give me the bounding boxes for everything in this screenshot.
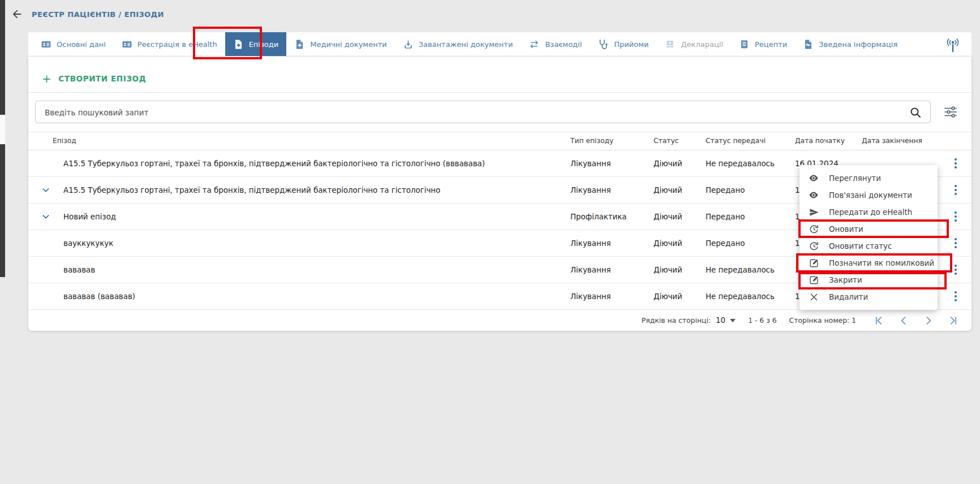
divider <box>28 92 972 93</box>
cell-status: Діючий <box>654 213 706 221</box>
previous-page-icon[interactable] <box>898 315 909 326</box>
tab-label: Медичні документи <box>310 40 386 49</box>
menu-item-delete[interactable]: Видалити <box>800 288 938 305</box>
rows-per-page-select[interactable]: 10 <box>716 316 736 325</box>
row-kebab-menu-icon[interactable] <box>940 238 972 248</box>
prescription-icon <box>739 39 750 50</box>
cell-type: Лікування <box>570 266 654 274</box>
menu-item-update-status[interactable]: Оновити статус <box>800 237 938 254</box>
tab-reiestratsiia-ehealth[interactable]: Реєстрація в eHealth <box>114 32 225 56</box>
tab-deklaratsii[interactable]: Декларації <box>656 32 731 56</box>
cell-episode: А15.5 Туберкульоз гортані, трахеї та бро… <box>63 159 570 168</box>
cell-status: Діючий <box>654 266 706 274</box>
cell-type: Лікування <box>570 186 654 195</box>
menu-item-label: Позначити як помилковий <box>829 259 934 267</box>
cell-type: Лікування <box>570 159 654 168</box>
caret-down-icon <box>730 319 736 322</box>
menu-item-label: Закрити <box>829 276 862 284</box>
range-label: 1 - 6 з 6 <box>748 316 776 325</box>
menu-item-related-documents[interactable]: Пов'язані документи <box>800 187 938 204</box>
cell-status: Діючий <box>654 239 706 248</box>
rows-per-page-value: 10 <box>716 316 725 325</box>
tab-label: Завантажені документи <box>419 40 513 49</box>
menu-item-label: Пов'язані документи <box>829 191 912 200</box>
menu-item-view[interactable]: Переглянути <box>800 170 938 187</box>
tab-label: Взаємодії <box>545 40 582 49</box>
column-header-transfer-status: Статус передачі <box>706 137 795 145</box>
menu-item-mark-as-erroneous[interactable]: Позначити як помилковий <box>800 254 938 271</box>
edit-square-icon <box>808 258 819 269</box>
chevron-down-icon[interactable] <box>28 185 63 195</box>
column-header-episode: Епізод <box>28 137 570 145</box>
cell-status: Діючий <box>654 292 706 301</box>
breadcrumb[interactable]: РЕЄСТР ПАЦІЄНТІВ / ЕПІЗОДИ <box>32 10 164 19</box>
tab-label: Зведена інформація <box>819 40 897 49</box>
signal-antenna-icon[interactable] <box>943 36 962 57</box>
create-episode-label: СТВОРИТИ ЕПІЗОД <box>58 74 146 83</box>
last-page-icon[interactable] <box>948 315 959 326</box>
eye-icon <box>808 172 819 184</box>
cell-transfer-status: Передано <box>706 213 795 221</box>
filter-sliders-icon[interactable] <box>943 105 958 119</box>
send-icon <box>808 207 819 218</box>
cell-transfer-status: Передано <box>706 186 795 195</box>
menu-item-label: Передати до eHealth <box>829 208 912 217</box>
search-input[interactable] <box>44 101 906 124</box>
create-episode-button[interactable]: + СТВОРИТИ ЕПІЗОД <box>38 72 149 85</box>
cell-status: Діючий <box>654 186 706 195</box>
tab-label: Основні дані <box>57 40 106 49</box>
cell-type: Лікування <box>570 292 654 301</box>
tab-retsepty[interactable]: Рецепти <box>731 32 795 56</box>
eye-icon <box>808 189 819 201</box>
cell-type: Лікування <box>570 239 654 248</box>
row-kebab-menu-icon[interactable] <box>940 185 972 195</box>
menu-item-label: Оновити <box>829 225 863 234</box>
rows-per-page-label: Рядків на сторінці: <box>642 316 711 325</box>
close-icon <box>808 292 819 302</box>
tab-epizody[interactable]: Епізоди <box>225 32 287 56</box>
first-page-icon[interactable] <box>873 315 884 326</box>
menu-item-send-to-ehealth[interactable]: Передати до eHealth <box>800 204 938 221</box>
laptop-plus-icon <box>664 39 676 50</box>
column-header-start-date: Дата початку <box>795 137 862 145</box>
menu-item-label: Оновити статус <box>829 242 892 250</box>
row-kebab-menu-icon[interactable] <box>940 211 972 222</box>
cell-transfer-status: Не передавалось <box>706 266 795 274</box>
menu-item-label: Видалити <box>829 293 868 301</box>
search-icon[interactable] <box>909 106 922 122</box>
tab-bar: Основні дані Реєстрація в eHealth Епізод… <box>28 32 972 57</box>
row-kebab-menu-icon[interactable] <box>940 265 972 275</box>
tab-zavantazheni-dokumenty[interactable]: Завантажені документи <box>395 32 521 56</box>
next-page-icon[interactable] <box>923 315 934 326</box>
tab-zvedena-informatsiia[interactable]: Зведена інформація <box>795 32 905 56</box>
cell-episode: вауккукукук <box>63 239 570 248</box>
pagination-bar: Рядків на сторінці: 10 1 - 6 з 6 Сторінк… <box>28 310 972 331</box>
stethoscope-icon <box>598 38 609 50</box>
left-rail <box>0 0 5 277</box>
row-kebab-menu-icon[interactable] <box>940 158 972 168</box>
transfer-icon <box>528 39 540 50</box>
tab-osnovni-dani[interactable]: Основні дані <box>33 32 114 56</box>
tab-label: Реєстрація в eHealth <box>137 40 217 49</box>
search-box <box>35 101 931 123</box>
menu-item-update[interactable]: Оновити <box>800 221 938 237</box>
back-arrow-icon[interactable] <box>10 7 24 21</box>
chevron-down-icon[interactable] <box>28 212 63 221</box>
tab-medychni-dokumenty[interactable]: Медичні документи <box>286 32 394 56</box>
row-kebab-menu-icon[interactable] <box>940 291 972 301</box>
menu-item-close-episode[interactable]: Закрити <box>800 271 938 288</box>
cell-type: Профілактика <box>570 213 654 221</box>
tab-vzaiemodii[interactable]: Взаємодії <box>521 32 590 56</box>
file-plus-icon <box>233 39 244 50</box>
tab-pryiomy[interactable]: Прийоми <box>590 32 656 56</box>
cell-episode: Новий епізод <box>63 213 570 221</box>
cell-episode: А15.5 Туберкульоз гортані, трахеї та бро… <box>63 186 570 195</box>
breadcrumb-row: РЕЄСТР ПАЦІЄНТІВ / ЕПІЗОДИ <box>10 7 164 21</box>
cell-transfer-status: Передано <box>706 239 795 248</box>
cell-transfer-status: Не передавалось <box>706 159 795 168</box>
update-icon <box>808 241 819 252</box>
tab-label: Прийоми <box>614 40 648 49</box>
cell-episode: вававав (вававав) <box>63 292 570 301</box>
file-plus-icon <box>294 39 305 50</box>
row-context-menu: Переглянути Пов'язані документи Передати… <box>800 165 938 310</box>
